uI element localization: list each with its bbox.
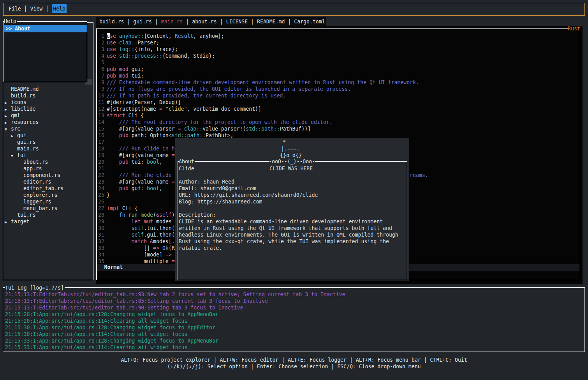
tree-item-libclide[interactable]: ▶libclide	[5, 106, 36, 113]
line-number: 25	[96, 192, 104, 198]
menu-item-file[interactable]: File	[9, 6, 21, 12]
line-number: 22	[96, 172, 104, 179]
editor-border	[96, 28, 568, 29]
tree-item-explorer.rs[interactable]: explorer.rs	[23, 192, 57, 198]
tree-item-target[interactable]: ▶target	[5, 218, 30, 225]
code-line: use std::process::{Command, Stdio};	[107, 53, 215, 59]
tree-item-label: main.rs	[17, 146, 39, 152]
code-line: /// Run the clide	[107, 172, 172, 179]
code-line: #[arg(value_name =	[107, 152, 175, 159]
tree-item-gui.rs[interactable]: gui.rs	[17, 139, 36, 145]
line-number: 15	[96, 125, 104, 132]
line-number: 29	[96, 218, 104, 225]
code-line: /// If no flags are provided, the GUI ed…	[107, 86, 351, 92]
arrow-expanded-icon[interactable]: ▼	[11, 152, 17, 159]
tree-item-tui[interactable]: ▼tui	[11, 152, 26, 159]
editor-tabs: build.rs | gui.rs | main.rs | about.rs |…	[99, 17, 325, 26]
tree-item-icons[interactable]: ▶icons	[5, 99, 26, 106]
log-panel-title: Tui Log [log=1.7/s]	[5, 285, 64, 291]
tree-item-app.rs[interactable]: app.rs	[23, 165, 42, 172]
tab-separator: |	[285, 19, 294, 25]
tree-item-label: menu_bar.rs	[23, 205, 57, 211]
tree-item-label: explorer.rs	[23, 192, 57, 198]
help-dropdown-title: Help	[4, 18, 16, 25]
tree-item-label: app.rs	[23, 166, 42, 171]
tree-item-resources[interactable]: ▶resources	[5, 119, 39, 126]
menu-item-help[interactable]: Help	[52, 4, 67, 13]
cursor: u	[107, 33, 110, 39]
editor-tab-Cargo.toml[interactable]: Cargo.toml	[294, 19, 325, 25]
editor-tab-build.rs[interactable]: build.rs	[99, 19, 124, 25]
tree-item-label: README.md	[11, 86, 39, 92]
editor-border	[580, 28, 581, 280]
editor-tab-README.md[interactable]: README.md	[257, 19, 285, 25]
tree-item-gui[interactable]: ▶gui	[11, 132, 26, 139]
tree-item-build.rs[interactable]: build.rs	[11, 92, 36, 99]
tab-separator: |	[152, 19, 161, 25]
line-number: 4	[96, 53, 104, 59]
log-entry: 21:15:13:T:EditorTab:src/tui/editor_tab.…	[5, 298, 268, 304]
code-line: /// The root directory for the project t…	[107, 119, 333, 125]
tree-item-src[interactable]: ▼src	[5, 125, 20, 133]
tree-item-about.rs[interactable]: about.rs	[23, 159, 48, 165]
code-line: struct Cli {	[107, 112, 144, 119]
editor-tab-main.rs[interactable]: main.rs	[161, 19, 183, 25]
code-overflow-fragment: reams.	[410, 172, 428, 179]
arrow-collapsed-icon[interactable]: ▶	[5, 119, 11, 126]
code-line: use clap::Parser;	[107, 39, 159, 46]
tree-item-editor_tab.rs[interactable]: editor_tab.rs	[23, 185, 63, 192]
code-line: match &modes[.	[107, 238, 175, 245]
code-line: use anyhow::{Context, Result, anyhow};	[107, 33, 224, 39]
line-number: 27	[96, 205, 104, 212]
code-line: #[arg(value_parser = clap::value_parser!…	[107, 125, 311, 132]
code-line: let mut modes	[107, 218, 172, 225]
tree-item-logger.rs[interactable]: logger.rs	[23, 198, 51, 205]
about-dialog-line: written in Rust using the Qt UI framewor…	[179, 225, 392, 232]
tree-item-qml[interactable]: ▶qml	[5, 112, 20, 119]
about-dialog-line: headless Linux environments. The GUI is …	[179, 232, 398, 238]
tree-item-label: icons	[11, 99, 26, 105]
line-number: 20	[96, 159, 104, 165]
tree-item-label: editor_tab.rs	[23, 186, 63, 191]
line-number: 9	[96, 86, 104, 92]
arrow-collapsed-icon[interactable]: ▶	[11, 133, 17, 139]
line-number: 30	[96, 225, 104, 232]
log-entry: 21:15:13:T:EditorTab:src/tui/editor_tab.…	[5, 304, 243, 311]
log-entry: 21:15:13:T:EditorTab:src/tui/editor_tab.…	[5, 291, 345, 298]
editor-tab-about.rs[interactable]: about.rs	[192, 19, 217, 25]
help-border-seg	[17, 21, 87, 22]
tree-item-tui.rs[interactable]: tui.rs	[17, 212, 36, 218]
about-dialog-line: Email: shaunrd0@gmail.com	[179, 185, 256, 192]
tree-item-main.rs[interactable]: main.rs	[17, 145, 39, 152]
about-dialog-line: Rust using the cxx-qt crate, while the T…	[179, 238, 389, 245]
log-entry: 21:15:33:I:App:src/tui/app.rs:114:Cleari…	[5, 344, 187, 351]
menu-item-about[interactable]: >> About	[4, 25, 87, 32]
about-dialog-line: ratatui crate.	[179, 245, 222, 251]
log-entry: 21:15:30:I:App:src/tui/app.rs:128:Changi…	[5, 324, 215, 331]
line-number: 11	[96, 99, 104, 106]
line-number: 19	[96, 152, 104, 159]
arrow-collapsed-icon[interactable]: ▶	[5, 113, 11, 119]
menu-item-view[interactable]: View	[30, 6, 43, 12]
tree-item-component.rs[interactable]: component.rs	[23, 172, 60, 179]
arrow-collapsed-icon[interactable]: ▶	[5, 219, 11, 225]
arrow-expanded-icon[interactable]: ▼	[5, 126, 11, 133]
arrow-collapsed-icon[interactable]: ▶	[5, 106, 11, 113]
editor-tab-gui.rs[interactable]: gui.rs	[133, 19, 152, 25]
tab-separator: |	[217, 19, 226, 25]
tree-item-menu_bar.rs[interactable]: menu_bar.rs	[23, 205, 57, 212]
line-number: 2	[96, 39, 104, 46]
arrow-collapsed-icon[interactable]: ▶	[5, 99, 11, 106]
line-number: 31	[96, 232, 104, 238]
code-line: #[arg(value_name =	[107, 179, 175, 185]
keybinding-hints-line2: (↑/k)/(↓/j): Select option | Enter: Choo…	[0, 363, 588, 370]
line-number: 12	[96, 106, 104, 112]
editor-tab-LICENSE[interactable]: LICENSE	[226, 19, 248, 25]
line-number: 10	[96, 92, 104, 99]
log-border-seg	[65, 287, 585, 288]
tagline: CLIDE WAS HERE	[269, 165, 313, 172]
tree-item-label: qml	[11, 113, 20, 118]
tree-item-README.md[interactable]: README.md	[11, 86, 39, 92]
tree-item-editor.rs[interactable]: editor.rs	[23, 179, 51, 185]
code-line: /// Extendable command-line driven devel…	[107, 79, 419, 86]
